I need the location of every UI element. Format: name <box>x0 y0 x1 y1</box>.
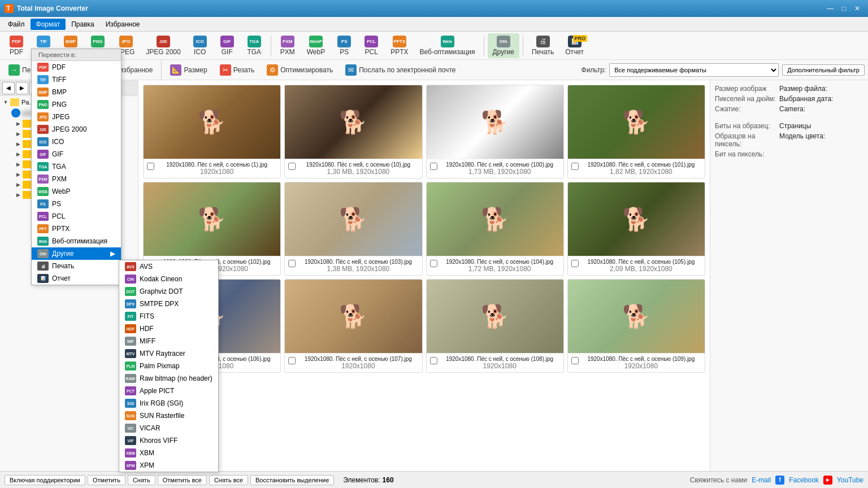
props-bits-label: Биты на образец: <box>715 122 777 130</box>
maximize-button[interactable]: □ <box>837 3 850 14</box>
mark-all-button[interactable]: Отметить все <box>158 475 207 485</box>
optimize-button[interactable]: ⚙ Оптимизировать <box>262 62 338 78</box>
image-card-6[interactable]: 🐕 1920x1080. Пёс с ней, с осенью (103).j… <box>284 182 422 276</box>
include-subdirs-button[interactable]: Включая поддиректории <box>5 475 85 485</box>
image-checkbox-9[interactable] <box>147 357 154 364</box>
toolbar-convert-pxm[interactable]: PXM PXM <box>275 33 301 58</box>
youtube-link[interactable]: YouTube <box>837 476 863 484</box>
format-menu-item-pdf[interactable]: PDF PDF <box>32 61 121 73</box>
tree-folder-7 <box>23 181 32 189</box>
format-menu-item-pcl[interactable]: PCL PCL <box>32 210 121 223</box>
unmark-button[interactable]: Снять <box>128 475 155 485</box>
image-grid-container[interactable]: 🐕 1920x1080. Пёс с ней, с осенью (1).jpg… <box>138 80 710 471</box>
toolbar-print[interactable]: 🖨 Печать <box>527 33 559 58</box>
menu-format[interactable]: Формат <box>31 19 66 30</box>
toolbar-report[interactable]: 📊 Отчет PRO <box>560 33 589 58</box>
unmark-all-button[interactable]: Снять все <box>209 475 248 485</box>
image-checkbox-4[interactable] <box>571 163 579 170</box>
format-menu-item-tiff[interactable]: TIF TIFF <box>32 73 121 86</box>
image-card-3[interactable]: 🐕 1920x1080. Пёс с ней, с осенью (100).j… <box>426 85 564 178</box>
facebook-link[interactable]: Facebook <box>789 476 819 484</box>
toolbar-convert-jpeg2k[interactable]: J2K JPEG 2000 <box>141 33 185 58</box>
format-menu[interactable]: Перевести в: PDF PDF TIF TIFF BMP BMP PN… <box>31 49 121 285</box>
toolbar-convert-web[interactable]: Web Веб-оптимизация <box>415 33 480 58</box>
format-menu-item-webp[interactable]: WEB WebP <box>32 185 121 198</box>
format-menu-item-tga[interactable]: TGA TGA <box>32 160 121 173</box>
mark-button[interactable]: Отметить <box>88 475 125 485</box>
image-checkbox-11[interactable] <box>430 357 437 364</box>
image-card-12[interactable]: 🐕 1920x1080. Пёс с ней, с осенью (109).j… <box>567 279 705 373</box>
image-card-8[interactable]: 🐕 1920x1080. Пёс с ней, с осенью (105).j… <box>567 182 705 276</box>
toolbar-convert-ps[interactable]: PS PS <box>331 33 357 58</box>
image-thumb-9: 🐕 <box>144 280 280 353</box>
nav-forward-button[interactable]: ▶ <box>16 82 28 94</box>
format-menu-item-web[interactable]: Web Веб-оптимизация <box>32 235 121 247</box>
format-menu-item-pptx[interactable]: PPT PPTX <box>32 223 121 235</box>
image-card-2[interactable]: 🐕 1920x1080. Пёс с ней, с осенью (10).jp… <box>284 85 422 178</box>
image-checkbox-12[interactable] <box>571 357 579 364</box>
image-card-4[interactable]: 🐕 1920x1080. Пёс с ней, с осенью (101).j… <box>567 85 705 178</box>
image-checkbox-8[interactable] <box>571 260 579 267</box>
format-menu-item-jpeg[interactable]: JPG JPEG <box>32 111 121 123</box>
image-meta-7: 1920x1080. Пёс с ней, с осенью (104).jpg… <box>440 259 560 273</box>
restore-button[interactable]: Восстановить выделение <box>250 475 334 485</box>
image-card-9[interactable]: 🐕 1920x1080. Пёс с ней, с осенью (106).j… <box>143 279 281 373</box>
format-menu-item-jpeg2k[interactable]: J2K JPEG 2000 <box>32 123 121 136</box>
toolbar-convert-ico[interactable]: ICO ICO <box>187 33 213 58</box>
tree-folder-3 <box>23 140 32 148</box>
size-button[interactable]: 📐 Размер <box>165 62 212 78</box>
toolbar-convert-pdf[interactable]: PDF PDF <box>3 33 29 58</box>
format-menu-item-ico[interactable]: ICO ICO <box>32 136 121 148</box>
close-button[interactable]: ✕ <box>851 3 863 14</box>
tree-folder-icon <box>10 98 19 106</box>
email-button[interactable]: ✉ Послать по электронной почте <box>340 62 461 78</box>
image-card-7[interactable]: 🐕 1920x1080. Пёс с ней, с осенью (104).j… <box>426 182 564 276</box>
image-size-3: 1,73 MB, 1920x1080 <box>440 168 560 176</box>
image-thumb-5: 🐕 <box>144 182 280 256</box>
image-card-10[interactable]: 🐕 1920x1080. Пёс с ней, с осенью (107).j… <box>284 279 422 373</box>
image-checkbox-6[interactable] <box>288 260 296 267</box>
toolbar-convert-webp[interactable]: WebP WebP <box>302 33 330 58</box>
menu-favorites[interactable]: Избранное <box>100 19 146 30</box>
cut-button[interactable]: ✂ Резать <box>215 62 260 78</box>
tga-icon: TGA <box>248 36 261 47</box>
extra-filter-button[interactable]: Дополнительный фильтр <box>782 64 865 76</box>
image-card-11[interactable]: 🐕 1920x1080. Пёс с ней, с осенью (108).j… <box>426 279 564 373</box>
toolbar-convert-pcl[interactable]: PCL PCL <box>358 33 384 58</box>
image-checkbox-10[interactable] <box>288 357 296 364</box>
image-name-5: 1920x1080. Пёс с ней, с осенью (102).jpg <box>157 259 277 265</box>
image-thumb-11: 🐕 <box>427 280 563 353</box>
image-checkbox-5[interactable] <box>147 260 154 267</box>
image-thumb-12: 🐕 <box>568 280 705 353</box>
format-menu-item-gif[interactable]: GIF GIF <box>32 148 121 160</box>
image-size-12: 1920x1080 <box>581 362 701 370</box>
image-checkbox-7[interactable] <box>430 260 437 267</box>
format-menu-header: Перевести в: <box>32 49 121 61</box>
format-menu-item-other[interactable]: Oth Другие ▶ <box>32 247 121 260</box>
print-icon: 🖨 <box>536 36 550 47</box>
nav-back-button[interactable]: ◀ <box>2 82 15 94</box>
format-menu-item-pxm[interactable]: PXM PXM <box>32 173 121 185</box>
email-link[interactable]: E-mail <box>752 476 771 484</box>
image-checkbox-1[interactable] <box>147 163 154 170</box>
image-card-1[interactable]: 🐕 1920x1080. Пёс с ней, с осенью (1).jpg… <box>143 85 281 178</box>
toolbar-convert-pptx[interactable]: PPTX PPTX <box>385 33 413 58</box>
filter-select[interactable]: Все поддерживаемые форматы <box>609 63 779 77</box>
image-checkbox-2[interactable] <box>288 163 296 170</box>
image-card-5[interactable]: 🐕 1920x1080. Пёс с ней, с осенью (102).j… <box>143 182 281 276</box>
app-icon: T <box>5 4 14 13</box>
format-menu-item-report[interactable]: 📊 Отчет <box>32 272 121 285</box>
menu-edit[interactable]: Правка <box>66 19 100 30</box>
format-menu-item-print[interactable]: 🖨 Печать <box>32 260 121 272</box>
toolbar-convert-other[interactable]: Oth Другие <box>488 33 519 58</box>
image-checkbox-3[interactable] <box>430 163 437 170</box>
menu-file[interactable]: Файл <box>2 19 31 30</box>
format-menu-item-ps[interactable]: PS PS <box>32 198 121 210</box>
image-info-10: 1920x1080. Пёс с ней, с осенью (107).jpg… <box>285 353 422 372</box>
pro-badge: PRO <box>573 35 588 42</box>
minimize-button[interactable]: — <box>824 3 836 14</box>
format-menu-item-png[interactable]: PNG PNG <box>32 98 121 111</box>
format-menu-item-bmp[interactable]: BMP BMP <box>32 86 121 98</box>
toolbar-convert-gif[interactable]: GIF GIF <box>214 33 240 58</box>
toolbar-convert-tga[interactable]: TGA TGA <box>241 33 267 58</box>
